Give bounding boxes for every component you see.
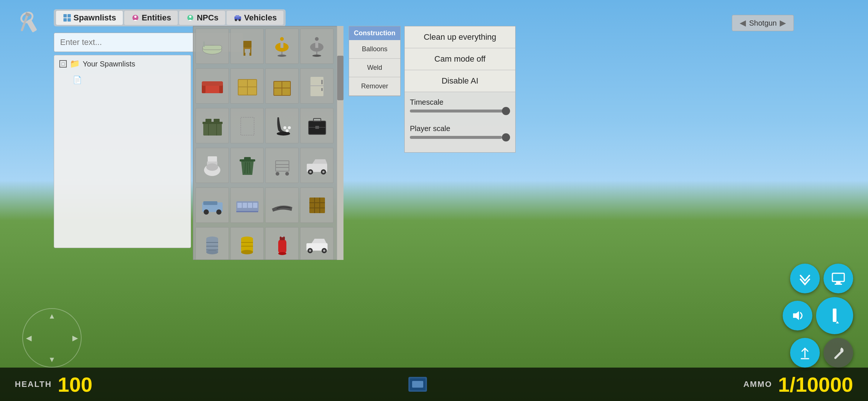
yellow-drum-icon bbox=[235, 233, 259, 257]
action-row-top bbox=[790, 264, 853, 293]
svg-rect-55 bbox=[206, 119, 211, 123]
svg-point-29 bbox=[277, 55, 286, 57]
small-crate-icon bbox=[270, 74, 294, 98]
spawnlist-folder-label: Your Spawnlists bbox=[83, 60, 135, 68]
scrollbar-thumb[interactable] bbox=[337, 56, 343, 100]
svg-rect-114 bbox=[281, 235, 283, 237]
item-cart[interactable] bbox=[265, 148, 299, 183]
item-yellow-drum[interactable] bbox=[230, 227, 264, 260]
weapon-prev-btn[interactable]: ◀ bbox=[740, 18, 746, 28]
sofa-icon bbox=[200, 74, 224, 98]
cam-mode-btn[interactable]: Cam mode off bbox=[405, 48, 515, 70]
joystick-arrows: ▲ ▼ ◀ ▶ bbox=[23, 309, 81, 367]
action-row-bottom bbox=[790, 338, 853, 368]
weapon-btn[interactable] bbox=[823, 338, 853, 368]
tab-entities[interactable]: Entities bbox=[124, 11, 178, 25]
svg-point-60 bbox=[288, 126, 291, 129]
item-boot[interactable] bbox=[265, 108, 299, 143]
spawnlists-panel: □ 📁 Your Spawnlists 📄 bbox=[54, 55, 191, 248]
svg-point-103 bbox=[206, 250, 218, 254]
item-vehicle-white[interactable] bbox=[300, 227, 333, 260]
svg-rect-122 bbox=[836, 281, 841, 284]
svg-point-120 bbox=[323, 250, 325, 252]
svg-rect-26 bbox=[280, 40, 283, 48]
item-speedboat[interactable] bbox=[265, 188, 299, 223]
item-toilet[interactable] bbox=[195, 148, 229, 183]
item-office-chair-yellow[interactable] bbox=[265, 29, 299, 64]
joystick-area[interactable]: ▲ ▼ ◀ ▶ bbox=[22, 308, 82, 368]
van-small-icon bbox=[305, 153, 329, 177]
wood-panel-icon bbox=[305, 193, 329, 217]
item-sofa[interactable] bbox=[195, 68, 229, 104]
big-crate-icon bbox=[235, 74, 259, 98]
svg-rect-57 bbox=[241, 117, 254, 135]
svg-rect-49 bbox=[321, 80, 323, 84]
speaker-btn[interactable] bbox=[783, 301, 812, 330]
spawnlist-folder-item[interactable]: □ 📁 Your Spawnlists bbox=[54, 55, 191, 72]
item-suitcase[interactable] bbox=[300, 108, 333, 143]
tab-vehicles[interactable]: Vehicles bbox=[227, 11, 283, 25]
top-tab-bar: Spawnlists Entities NPCs bbox=[54, 9, 286, 26]
construction-balloons-btn[interactable]: Balloons bbox=[349, 40, 400, 59]
timescale-section: Timescale bbox=[405, 92, 515, 118]
item-van-small[interactable] bbox=[300, 148, 333, 183]
item-barrel[interactable] bbox=[195, 227, 229, 260]
item-target-frame[interactable] bbox=[230, 108, 264, 143]
construction-remover-btn[interactable]: Remover bbox=[349, 77, 400, 96]
spawnlist-file-item[interactable]: 📄 bbox=[54, 72, 191, 87]
item-bathtub[interactable] bbox=[195, 29, 229, 64]
item-small-crate[interactable] bbox=[265, 68, 299, 104]
file-icon: 📄 bbox=[73, 76, 82, 84]
svg-point-13 bbox=[235, 19, 237, 21]
tab-spawnlists[interactable]: Spawnlists bbox=[56, 11, 123, 25]
weapon-next-btn[interactable]: ▶ bbox=[780, 18, 786, 28]
disable-ai-btn[interactable]: Disable AI bbox=[405, 70, 515, 92]
item-wooden-chair[interactable] bbox=[230, 29, 264, 64]
construction-weld-btn[interactable]: Weld bbox=[349, 59, 400, 77]
item-trash-can[interactable] bbox=[230, 148, 264, 183]
joystick-right-arrow: ▶ bbox=[72, 333, 78, 342]
hud-center-area bbox=[405, 371, 431, 397]
items-row-5 bbox=[193, 185, 341, 225]
item-refrigerator[interactable] bbox=[300, 68, 333, 104]
weapon-icon bbox=[831, 345, 846, 360]
joystick-left-arrow: ◀ bbox=[26, 333, 32, 342]
svg-rect-91 bbox=[237, 203, 242, 208]
chevron-down-btn[interactable] bbox=[790, 264, 820, 293]
speedboat-icon bbox=[270, 193, 294, 217]
playerscale-section: Player scale bbox=[405, 118, 515, 145]
svg-point-118 bbox=[309, 250, 311, 252]
playerscale-fill bbox=[410, 136, 502, 139]
timescale-thumb[interactable] bbox=[502, 107, 510, 115]
timescale-label: Timescale bbox=[410, 98, 510, 107]
pencil-btn[interactable] bbox=[809, 290, 860, 341]
item-big-crate[interactable] bbox=[230, 68, 264, 104]
clean-up-btn[interactable]: Clean up everything bbox=[405, 26, 515, 48]
npc-icon bbox=[186, 13, 195, 22]
bathtub-icon bbox=[200, 34, 224, 58]
item-mini-bus[interactable] bbox=[195, 188, 229, 223]
svg-point-79 bbox=[276, 172, 279, 176]
item-fire-extinguisher[interactable] bbox=[265, 227, 299, 260]
item-dumpster[interactable] bbox=[195, 108, 229, 143]
item-wood-panel[interactable] bbox=[300, 188, 333, 223]
suitcase-icon bbox=[305, 114, 329, 138]
svg-rect-47 bbox=[310, 77, 323, 96]
item-office-chair-dark[interactable] bbox=[300, 29, 333, 64]
vehicle-icon bbox=[233, 13, 242, 22]
joystick-down-arrow: ▼ bbox=[48, 355, 56, 364]
action-row-mid bbox=[783, 297, 853, 334]
spawnlist-checkbox[interactable]: □ bbox=[59, 60, 67, 68]
tab-npcs[interactable]: NPCs bbox=[179, 11, 225, 25]
item-train[interactable] bbox=[230, 188, 264, 223]
health-value: 100 bbox=[58, 372, 92, 397]
svg-rect-18 bbox=[203, 42, 205, 47]
svg-rect-92 bbox=[243, 203, 247, 208]
screen-btn[interactable] bbox=[823, 264, 853, 293]
ammo-case-icon bbox=[405, 371, 431, 397]
playerscale-thumb[interactable] bbox=[502, 133, 510, 141]
jump-btn[interactable] bbox=[790, 338, 820, 368]
svg-point-27 bbox=[280, 37, 284, 41]
items-scrollbar[interactable] bbox=[337, 26, 343, 260]
svg-point-115 bbox=[278, 252, 286, 255]
